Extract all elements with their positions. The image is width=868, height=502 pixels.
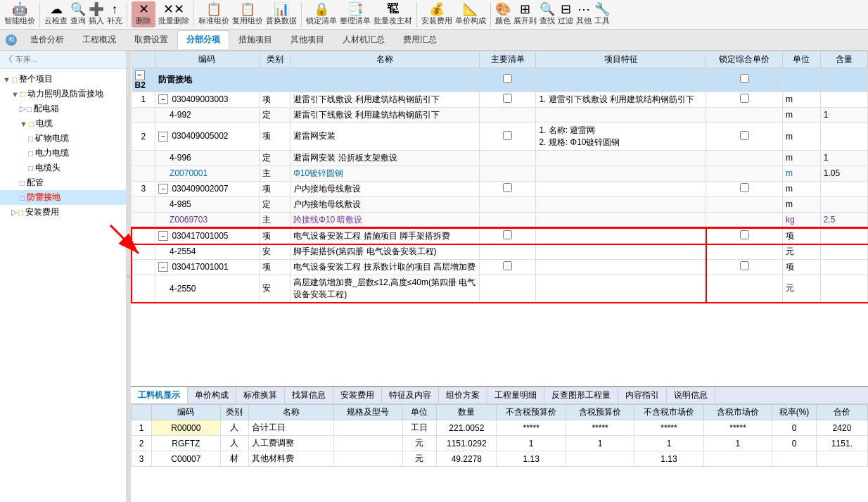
- red-row1-lock[interactable]: [740, 230, 749, 239]
- sidebar-item-switchbox[interactable]: ▷ □ 配电箱: [0, 101, 126, 116]
- sidebar-item-power-lightning[interactable]: ▼ □ 动力照明及防雷接地: [0, 87, 126, 101]
- bottom-tab-std-convert[interactable]: 标准换算: [236, 387, 285, 403]
- bth-type: 类别: [220, 405, 248, 420]
- toolbar-filter[interactable]: ⊟ 过滤: [558, 3, 573, 26]
- toolbar-batch-data[interactable]: 📊 普换数据: [266, 3, 297, 26]
- sidebar-collapse-btn[interactable]: 《: [4, 54, 13, 65]
- toolbar-cloud[interactable]: ☁ 云检查: [44, 3, 68, 26]
- bottom-tab-eng-detail[interactable]: 工程量明细: [487, 387, 544, 403]
- b2-locked-checkbox[interactable]: [706, 68, 783, 92]
- sidebar-item-label-install: 安装费用: [25, 206, 59, 218]
- sidebar-item-lightning[interactable]: □ 防雷接地: [0, 190, 126, 205]
- toolbar-reuse-price[interactable]: 📋 复用组价: [232, 3, 263, 26]
- red-row1-main[interactable]: [479, 228, 536, 244]
- tab-sub-items[interactable]: 分部分项: [177, 30, 229, 49]
- expand-label: 展开到: [513, 15, 537, 26]
- batch-data-label: 普换数据: [266, 15, 297, 26]
- toolbar-supplement[interactable]: ↑ 补充: [107, 3, 122, 26]
- row-locked-1[interactable]: [706, 92, 783, 107]
- row3-expand-btn[interactable]: −: [158, 184, 168, 194]
- row-feature-3: [536, 181, 706, 196]
- power-cable-file-icon: □: [28, 149, 33, 158]
- th-main: 主要清单: [479, 51, 536, 68]
- toolbar-color[interactable]: 🎨 颜色: [495, 3, 511, 26]
- red-row1-expand[interactable]: −: [158, 231, 168, 241]
- b2-check[interactable]: [503, 74, 512, 83]
- bth-num: [132, 405, 152, 420]
- tab-measures[interactable]: 措施项目: [229, 30, 281, 49]
- sidebar-item-install-fee[interactable]: ▷ □ 安装费用: [0, 205, 126, 220]
- b2-main-checkbox[interactable]: [479, 68, 536, 92]
- bottom-tab-unit-price[interactable]: 单价构成: [188, 387, 236, 403]
- toolbar-sort-list[interactable]: 📑 整理清单: [340, 3, 371, 26]
- red-row3-check[interactable]: [503, 261, 512, 270]
- row1-expand-btn[interactable]: −: [158, 94, 168, 104]
- toolbar-insert[interactable]: ➕ 插入: [89, 3, 104, 26]
- sidebar-item-power-cable[interactable]: □ 电力电缆: [0, 146, 126, 161]
- table-row: 1 − 030409003003 项 避雷引下线敷设 利用建筑结构钢筋引下 1.…: [132, 92, 868, 107]
- bottom-tab-calc-info[interactable]: 找算信息: [285, 387, 333, 403]
- batch-delete-icon: ✕✕: [163, 3, 184, 15]
- bottom-tab-content-guide[interactable]: 内容指引: [618, 387, 667, 403]
- row-locked-2[interactable]: [706, 123, 783, 150]
- tab-fee-summary[interactable]: 费用汇总: [394, 30, 446, 49]
- toolbar-lock-list[interactable]: 🔒 锁定清单: [306, 3, 337, 26]
- row-locked-3[interactable]: [706, 181, 783, 196]
- sidebar-item-piping[interactable]: □ 配管: [0, 175, 126, 190]
- cable-collapse-icon: ▼: [20, 120, 27, 128]
- row2-main-check[interactable]: [503, 131, 512, 140]
- brow3-tax-rate: [772, 451, 817, 467]
- row1-lock-check[interactable]: [740, 94, 749, 103]
- tab-fee-settings[interactable]: 取费设置: [125, 30, 177, 49]
- toolbar-ai-check[interactable]: 🤖 智能组价: [4, 3, 35, 26]
- b2-locked[interactable]: [740, 74, 749, 83]
- sidebar-item-ore-cable[interactable]: □ 矿物电缆: [0, 131, 126, 146]
- tab-other-items[interactable]: 其他项目: [281, 30, 333, 49]
- toolbar-delete[interactable]: ✕ 删除: [132, 1, 155, 27]
- bottom-tab-labor[interactable]: 工料机显示: [131, 387, 188, 403]
- red-row2-type: 安: [259, 244, 290, 259]
- bottom-tab-price-plan[interactable]: 组价方案: [439, 387, 487, 403]
- toolbar-std-price[interactable]: 📋 标准组价: [198, 3, 229, 26]
- row2-expand-btn[interactable]: −: [158, 132, 168, 142]
- bottom-tab-install-fee[interactable]: 安装费用: [333, 387, 382, 403]
- row1-main-check[interactable]: [503, 94, 512, 103]
- row3-lock-check[interactable]: [740, 183, 749, 192]
- toolbar-unit-price[interactable]: 📐 单价构成: [455, 3, 486, 26]
- toolbar-expand[interactable]: ⊞ 展开到: [513, 3, 537, 26]
- toolbar-tools[interactable]: 🔧 工具: [594, 3, 610, 26]
- toolbar-other[interactable]: ⋯ 其他: [576, 3, 592, 26]
- bottom-tab-anti-check[interactable]: 反查图形工程量: [544, 387, 618, 403]
- red-row3-locked[interactable]: [706, 259, 783, 275]
- z007-link[interactable]: Φ10镀锌圆钢: [293, 168, 343, 178]
- toolbar-batch-delete[interactable]: ✕✕ 批量删除: [158, 3, 189, 26]
- th-type: 类别: [259, 51, 290, 68]
- sidebar-item-cable[interactable]: ▼ □ 电缆: [0, 116, 126, 131]
- tab-costing-analysis[interactable]: 造价分析: [21, 30, 73, 49]
- red-row3-expand[interactable]: −: [158, 262, 168, 272]
- row3-main-check[interactable]: [503, 183, 512, 192]
- sidebar-item-root[interactable]: ▼ □ 整个项目: [0, 72, 126, 87]
- row-main-3[interactable]: [479, 181, 536, 196]
- b2-expand-btn[interactable]: −: [135, 70, 145, 80]
- tab-project-overview[interactable]: 工程概况: [73, 30, 125, 49]
- red-row1-check[interactable]: [503, 230, 512, 239]
- sidebar-item-cable-head[interactable]: □ 电缆头: [0, 161, 126, 175]
- row-num-z006: [132, 212, 155, 228]
- row-num-2s: [132, 150, 155, 165]
- row-main-1[interactable]: [479, 92, 536, 107]
- row2-lock-check[interactable]: [740, 131, 749, 140]
- row-main-2[interactable]: [479, 123, 536, 150]
- red-row1-locked[interactable]: [706, 228, 783, 244]
- toolbar-install-fee[interactable]: 💰 安装费用: [421, 3, 452, 26]
- toolbar-query[interactable]: 🔍 查询: [70, 3, 86, 26]
- bottom-tab-features[interactable]: 特征及内容: [382, 387, 439, 403]
- red-row3-lock[interactable]: [740, 261, 749, 270]
- toolbar-find[interactable]: 🔍 查找: [540, 3, 555, 26]
- red-row3-main[interactable]: [479, 259, 536, 275]
- b2-expand[interactable]: − B2: [132, 68, 155, 92]
- bottom-tab-desc-info[interactable]: 说明信息: [667, 387, 715, 403]
- toolbar-batch-material[interactable]: 🏗 批量改主材: [374, 3, 412, 26]
- tab-equipment[interactable]: 人材机汇总: [333, 30, 394, 49]
- row-locked-1s: [706, 107, 783, 123]
